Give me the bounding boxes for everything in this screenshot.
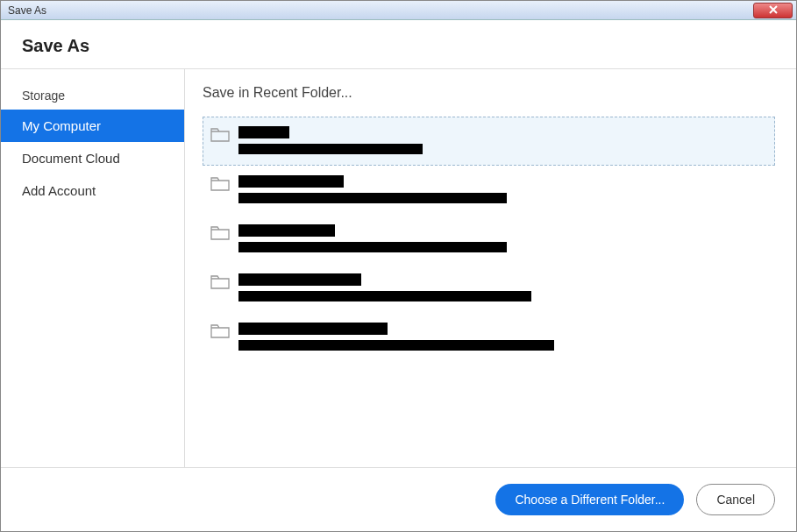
recent-folder-row[interactable] bbox=[203, 117, 775, 166]
titlebar: Save As bbox=[1, 1, 796, 20]
close-button[interactable] bbox=[753, 3, 793, 18]
folder-icon bbox=[210, 274, 230, 290]
folder-text bbox=[238, 224, 507, 252]
dialog-header: Save As bbox=[1, 20, 796, 68]
folder-path-redacted bbox=[238, 242, 507, 252]
folder-icon bbox=[210, 127, 230, 143]
sidebar-item-my-computer[interactable]: My Computer bbox=[1, 110, 184, 142]
recent-folder-row[interactable] bbox=[203, 166, 775, 215]
folder-name-redacted bbox=[238, 273, 361, 286]
window-title: Save As bbox=[8, 4, 46, 17]
main-panel: Save in Recent Folder... bbox=[185, 69, 796, 467]
sidebar-item-document-cloud[interactable]: Document Cloud bbox=[1, 142, 184, 174]
sidebar-section-label: Storage bbox=[1, 80, 184, 110]
sidebar-item-add-account[interactable]: Add Account bbox=[1, 174, 184, 207]
folder-icon bbox=[210, 225, 230, 241]
folder-icon bbox=[210, 176, 230, 192]
folder-name-redacted bbox=[238, 126, 289, 138]
choose-different-folder-button[interactable]: Choose a Different Folder... bbox=[495, 484, 684, 515]
folder-name-redacted bbox=[238, 175, 344, 188]
folder-text bbox=[238, 175, 507, 203]
folder-path-redacted bbox=[238, 144, 423, 154]
dialog-title: Save As bbox=[22, 36, 775, 56]
folder-text bbox=[238, 126, 423, 154]
recent-folder-row[interactable] bbox=[203, 264, 775, 313]
folder-icon bbox=[210, 323, 230, 339]
folder-path-redacted bbox=[238, 291, 531, 301]
recent-folder-row[interactable] bbox=[203, 313, 775, 362]
folder-text bbox=[238, 273, 531, 301]
dialog-body: Storage My ComputerDocument CloudAdd Acc… bbox=[1, 69, 796, 467]
dialog-footer: Choose a Different Folder... Cancel bbox=[1, 467, 796, 531]
folder-text bbox=[238, 323, 554, 351]
folder-name-redacted bbox=[238, 323, 388, 335]
save-as-dialog: Save As Save As Storage My ComputerDocum… bbox=[0, 0, 797, 532]
folder-path-redacted bbox=[238, 340, 554, 351]
recent-folder-list bbox=[203, 117, 775, 362]
folder-path-redacted bbox=[238, 193, 507, 203]
recent-folder-row[interactable] bbox=[203, 215, 775, 264]
recent-folder-heading: Save in Recent Folder... bbox=[203, 85, 775, 101]
cancel-button[interactable]: Cancel bbox=[696, 484, 775, 515]
sidebar: Storage My ComputerDocument CloudAdd Acc… bbox=[1, 69, 185, 467]
close-icon bbox=[768, 5, 779, 16]
folder-name-redacted bbox=[238, 224, 335, 237]
